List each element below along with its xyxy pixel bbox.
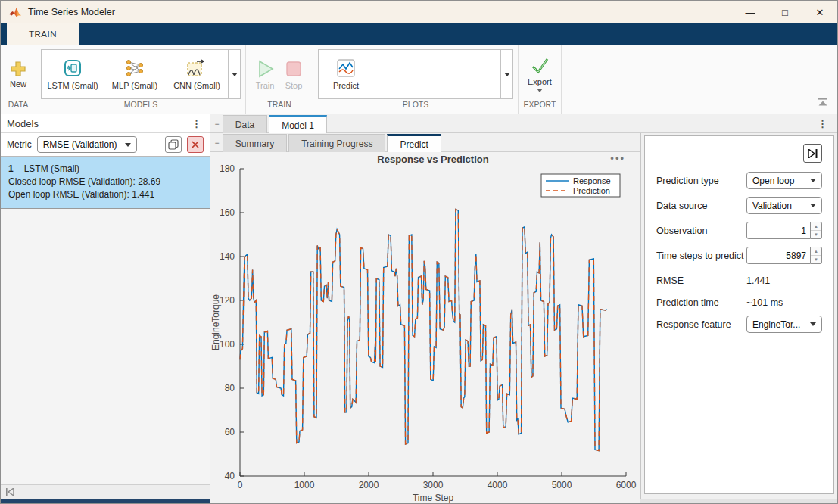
minimize-button[interactable]: — [733,1,768,23]
window-title: Time Series Modeler [28,7,115,17]
ribbon-group-plots-label: PLOTS [313,100,518,114]
plots-gallery-dropdown[interactable] [500,50,512,98]
stop-button[interactable]: Stop [279,58,308,92]
svg-text:160: 160 [220,207,235,218]
maximize-button[interactable]: □ [768,1,802,23]
tab-grip-icon: ≡ [215,139,220,148]
close-button[interactable]: ✕ [802,1,837,23]
rmse-label: RMSE [656,275,746,286]
metric-dropdown[interactable]: RMSE (Validation) [37,136,137,153]
ribbon-group-data: New DATA [1,45,36,114]
delete-model-button[interactable] [187,136,204,153]
spinner-down-icon[interactable]: ▼ [811,256,821,263]
time-steps-value[interactable]: 5897 [746,247,811,264]
prediction-time-row: Prediction time ~101 ms [656,294,822,311]
svg-text:180: 180 [220,163,235,174]
time-steps-spinner[interactable]: 5897 ▲▼ [746,247,822,264]
model-list-empty-area [1,209,210,484]
observation-spinner[interactable]: 1 ▲▼ [746,222,822,239]
chevron-down-icon [810,322,816,326]
plots-gallery: Predict [318,49,513,99]
new-button[interactable]: New [5,59,31,90]
rmse-value: 1.441 [746,275,822,286]
tab-summary[interactable]: Summary [223,134,287,152]
model-cnn-small-button[interactable]: CNN (Small) [166,50,228,98]
copy-icon [168,139,179,150]
tab-training-progress[interactable]: Training Progress [288,134,385,152]
models-panel-bottom-bar [1,484,210,499]
model-item-title: 1LSTM (Small) [8,163,202,176]
prediction-type-dropdown[interactable]: Open loop [746,172,822,189]
title-bar: Time Series Modeler — □ ✕ [1,1,837,23]
stop-button-label: Stop [285,81,303,90]
run-prediction-button[interactable] [803,144,822,163]
train-button[interactable]: Train [251,58,279,92]
time-steps-row: Time steps to predict 5897 ▲▼ [656,247,822,264]
predict-plot-icon [336,58,356,78]
tab-train[interactable]: TRAIN [7,23,79,45]
models-gallery-dropdown[interactable] [228,50,240,98]
model-list-item-selected[interactable]: 1LSTM (Small) Closed loop RMSE (Validati… [1,157,210,209]
spinner-up-icon[interactable]: ▲ [811,247,821,256]
models-panel-menu-icon[interactable]: ⋮ [189,118,204,129]
observation-value[interactable]: 1 [746,222,811,239]
prediction-time-value: ~101 ms [746,297,822,308]
time-steps-label: Time steps to predict [656,250,746,261]
data-source-value: Validation [752,201,805,211]
response-feature-dropdown[interactable]: EngineTor... [746,316,822,333]
lstm-icon [63,58,83,78]
models-toolbar: Metric RMSE (Validation) [1,133,210,157]
svg-text:Response vs Prediction: Response vs Prediction [377,154,488,165]
figure-options-icon[interactable]: ••• [610,153,625,164]
model-subtab-row: ≡ Summary Training Progress Predict [210,133,640,152]
document-tab-row: ≡ Data Model 1 ⋮ [210,114,837,133]
data-source-label: Data source [656,201,746,211]
tab-data[interactable]: Data [223,115,267,133]
spinner-up-icon[interactable]: ▲ [811,222,821,231]
mlp-icon [125,58,145,78]
data-source-dropdown[interactable]: Validation [746,197,822,214]
svg-text:3000: 3000 [423,480,444,490]
svg-text:1000: 1000 [294,480,315,490]
ribbon-group-train: Train Stop TRAIN [246,45,313,114]
response-feature-value: EngineTor... [752,319,805,330]
spinner-arrows[interactable]: ▲▼ [811,222,822,239]
collapse-ribbon-button[interactable] [818,96,828,110]
ribbon-group-data-label: DATA [1,100,36,114]
prediction-type-value: Open loop [752,176,805,186]
play-icon [255,59,275,79]
export-button[interactable]: Export [523,55,556,94]
plus-icon [10,61,26,77]
model-item-open-loop-rmse: Open loop RMSE (Validation): 1.441 [8,188,202,201]
spinner-down-icon[interactable]: ▼ [811,231,821,238]
tab-model-1[interactable]: Model 1 [269,115,327,133]
model-mlp-small-button[interactable]: MLP (Small) [104,50,166,98]
rmse-row: RMSE 1.441 [656,272,822,289]
svg-text:140: 140 [220,251,235,262]
model-lstm-small-label: LSTM (Small) [47,81,98,90]
models-panel: Models ⋮ Metric RMSE (Validation) [1,114,210,499]
predict-controls-region: Prediction type Open loop Data source Va… [640,133,837,499]
delete-x-icon [191,140,200,149]
model-item-closed-loop-rmse: Closed loop RMSE (Validation): 28.69 [8,176,202,188]
document-area: ≡ Data Model 1 ⋮ ≡ Summary Training Prog… [210,114,837,499]
tab-predict[interactable]: Predict [387,134,441,152]
chevron-down-icon [810,204,816,207]
ribbon-group-models-label: MODELS [36,100,245,114]
predict-plot-button[interactable]: Predict [319,50,373,98]
model-cnn-small-label: CNN (Small) [173,81,220,90]
svg-text:EngineTorque: EngineTorque [210,294,221,350]
prediction-time-label: Prediction time [656,297,746,308]
model-lstm-small-button[interactable]: LSTM (Small) [42,50,104,98]
models-gallery: LSTM (Small) [41,49,241,99]
window-controls: — □ ✕ [733,1,837,23]
duplicate-model-button[interactable] [165,136,182,153]
svg-text:60: 60 [225,427,235,437]
model-mlp-small-label: MLP (Small) [112,81,157,90]
collapse-panel-icon[interactable] [5,488,14,496]
chevron-down-icon [232,73,238,76]
figure-column: ≡ Summary Training Progress Predict 4060… [210,133,640,499]
spinner-arrows[interactable]: ▲▼ [811,247,822,264]
document-menu-icon[interactable]: ⋮ [815,118,830,129]
observation-label: Observation [656,226,746,236]
